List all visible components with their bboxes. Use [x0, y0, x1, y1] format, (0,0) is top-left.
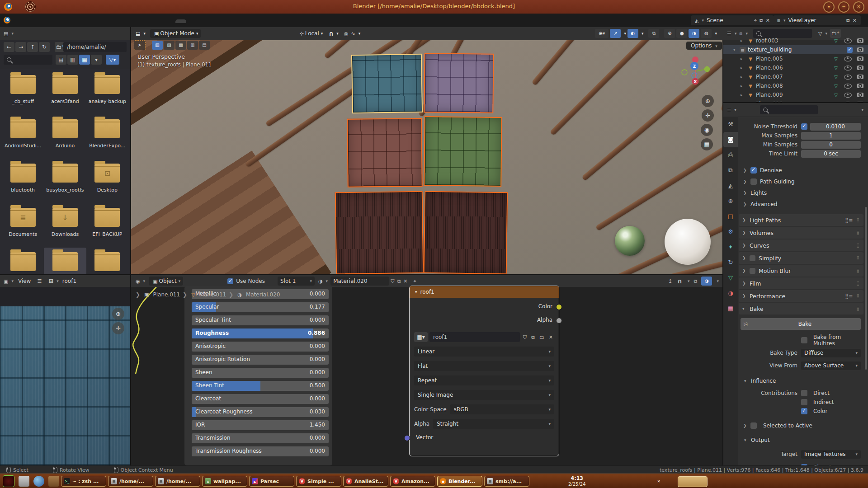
checkbox[interactable] [750, 167, 757, 174]
node-dropdown[interactable]: Linear▾ [414, 347, 554, 357]
node-dropdown[interactable]: Flat▾ [414, 361, 554, 371]
roof-plane-blue[interactable] [351, 54, 423, 114]
hide-eye-icon[interactable] [844, 93, 852, 98]
blender-menu-icon[interactable] [4, 17, 10, 23]
panel-checkbox[interactable] [750, 255, 755, 261]
tray-indicator[interactable] [613, 479, 618, 484]
select-mode-extend[interactable]: ▨ [164, 41, 175, 50]
snap-magnet-icon[interactable]: U [329, 31, 333, 37]
taskbar-window-button[interactable]: smb://a... [484, 476, 529, 487]
remove-layer-icon[interactable]: ✕ [853, 18, 857, 23]
panel-grip[interactable]: ⣿ [856, 281, 860, 286]
workspace-tab[interactable] [241, 19, 251, 23]
outliner-row[interactable]: ▸ ▼ roof.003 ▽ [723, 36, 868, 45]
workspace-tab[interactable] [186, 19, 197, 23]
select-mode-intersect[interactable]: ▤ [199, 41, 210, 50]
workspace-tab[interactable] [165, 19, 175, 23]
slot-dropdown[interactable]: Slot 1▾ [278, 277, 315, 286]
taskbar-window-button[interactable]: Blender... [437, 476, 482, 487]
shading-wireframe-button[interactable]: ⊜ [664, 29, 675, 38]
taskbar-window-button[interactable]: Simple ... [296, 476, 341, 487]
taskbar-window-button[interactable]: ~ : zsh ... [61, 476, 106, 487]
chevron-right-icon[interactable]: ❯ [743, 202, 750, 206]
disable-render-icon[interactable] [857, 84, 863, 88]
package-icon[interactable] [48, 476, 59, 487]
panel-grip[interactable]: ⣿ [856, 243, 860, 248]
folder-item[interactable]: AndroidStudi... [2, 115, 44, 159]
node-dropdown[interactable]: Repeat▾ [414, 375, 554, 385]
copy-material-icon[interactable]: ⧉ [397, 278, 401, 284]
taskbar-window-button[interactable]: /home/... [108, 476, 153, 487]
taskbar-window-button[interactable]: /home/... [155, 476, 200, 487]
disable-render-icon[interactable] [857, 93, 863, 97]
workspace-tab[interactable] [154, 19, 165, 23]
image-editor-icon[interactable]: ▣ [4, 278, 8, 284]
hide-eye-icon[interactable] [844, 75, 852, 80]
select-mode-subtract[interactable]: ▩ [175, 41, 186, 50]
alpha-output-socket[interactable] [556, 318, 562, 324]
chevron-down-icon[interactable]: ▾ [744, 379, 751, 383]
zoom-icon[interactable]: ⊕ [112, 308, 124, 320]
image-name[interactable]: roof1 [62, 278, 76, 284]
roof-plane-green[interactable] [424, 116, 502, 187]
disclosure-icon[interactable]: ▸ [741, 93, 747, 97]
properties-options-icon[interactable]: ▾ [861, 108, 863, 112]
bake-multires-checkbox[interactable] [801, 337, 807, 343]
file-browser-editor-icon[interactable]: ▤ [4, 31, 8, 37]
outliner-row[interactable]: ▸ ▼ Plane.007 ▽ [723, 72, 868, 81]
display-mode-icon[interactable]: ⧈ [739, 31, 742, 37]
forward-button[interactable]: → [15, 42, 26, 52]
delete-scene-icon[interactable]: ✕ [766, 18, 770, 23]
unlink-material-icon[interactable]: ✕ [403, 278, 407, 284]
panel-grip[interactable]: ⣿ [856, 268, 860, 273]
shader-editor-icon[interactable]: ◉ [136, 278, 140, 284]
hamburger-menu-icon[interactable]: ☰ [37, 278, 42, 284]
roof1-texture-image[interactable] [0, 306, 130, 465]
disable-render-icon[interactable] [857, 66, 863, 70]
fake-user-shield-icon[interactable]: ⛉ [523, 334, 527, 340]
material-name-field[interactable]: Material.020 [330, 277, 389, 286]
properties-editor-icon[interactable]: ≡ [727, 107, 731, 113]
outliner-search-input[interactable] [753, 29, 812, 38]
hide-eye-icon[interactable] [844, 66, 852, 70]
shading-material-button[interactable]: ◑ [689, 29, 699, 38]
xray-toggle[interactable]: ⧉ [648, 29, 659, 38]
folder-item[interactable]: _cb_stuff [2, 70, 44, 115]
shader-editor[interactable]: ◉▾ ▣Object▾ Use Nodes Slot 1▾ ◑▾ Materia… [131, 275, 723, 465]
workspace-tab[interactable] [197, 19, 208, 23]
workspace-tab[interactable] [175, 19, 186, 23]
bsdf-slider-row[interactable]: Transmission Roughness 0.000 [192, 446, 329, 456]
node-header[interactable]: ▾ roof1 [410, 286, 559, 298]
up-button[interactable]: ↑ [27, 42, 38, 52]
folder-item[interactable]: ≣ Documents [2, 203, 44, 248]
taskbar-window-button[interactable]: Parsec [249, 476, 294, 487]
outliner-row[interactable]: ▸ ▼ Plane.006 ▽ [723, 63, 868, 72]
shader-type-dropdown[interactable]: ▣Object▾ [149, 277, 183, 286]
disclosure-icon[interactable]: ▸ [741, 56, 747, 61]
contribution-checkbox[interactable] [801, 399, 807, 405]
grid-toggle-icon[interactable]: ▦ [701, 138, 713, 150]
filter-icon[interactable]: ▽ [818, 31, 822, 37]
bsdf-slider-row[interactable]: Transmission 0.000 [192, 433, 329, 443]
tray-indicator[interactable]: ✕ [656, 479, 662, 484]
falloff-icon[interactable]: ∿ [351, 31, 355, 37]
disable-render-icon[interactable] [857, 47, 863, 52]
parent-node-tree-icon[interactable]: ↥ [668, 278, 672, 284]
horizontal-list-toggle[interactable]: ▥ [67, 55, 78, 65]
back-button[interactable]: ← [4, 42, 14, 52]
tab-tool[interactable]: ⚒ [723, 117, 738, 132]
roof-plane-dark-left[interactable] [335, 191, 424, 275]
filter-button[interactable]: ▽▾ [106, 55, 119, 65]
toggle-row[interactable]: ❯ Path Guiding [743, 177, 865, 186]
folder-item[interactable]: bluetooth [2, 159, 44, 203]
open-image-folder-icon[interactable]: 🗀 [539, 334, 544, 340]
chevron-right-icon[interactable]: ❯ [743, 191, 750, 195]
alpha-mode-dropdown[interactable]: Straight▾ [433, 419, 554, 429]
roof-plane-dark-right[interactable] [424, 191, 508, 275]
folder-item[interactable]: acers3fand [44, 70, 86, 115]
bake-button[interactable]: ⎘ Bake [741, 318, 861, 330]
vector-input-socket[interactable] [404, 435, 410, 441]
proportional-edit-icon[interactable]: ◎ [344, 31, 349, 37]
panel-grip[interactable]: ⣿ [856, 256, 860, 260]
tab-object-data[interactable]: ▽ [723, 270, 738, 286]
